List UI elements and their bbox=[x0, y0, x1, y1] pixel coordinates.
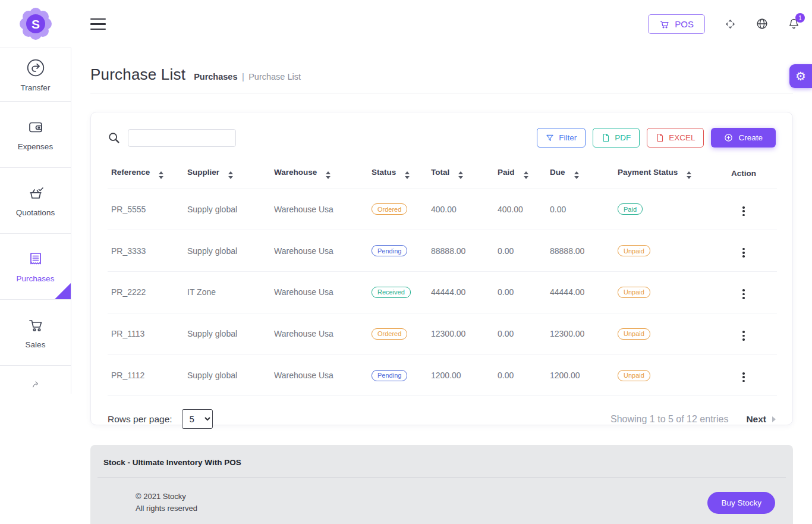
cell-paid: 0.00 bbox=[495, 354, 547, 396]
notifications-button[interactable]: 1 bbox=[788, 17, 800, 30]
purchase-list-card: Filter PDF EXCEL bbox=[90, 112, 793, 425]
column-header-warehouse[interactable]: Warehouse bbox=[272, 164, 369, 189]
sort-icon[interactable] bbox=[159, 171, 163, 179]
cell-reference: PR_1112 bbox=[108, 354, 185, 396]
pos-button[interactable]: POS bbox=[648, 14, 705, 34]
column-header-label: Reference bbox=[111, 168, 150, 177]
sort-icon[interactable] bbox=[687, 171, 691, 179]
sidebar-item-returns[interactable] bbox=[0, 366, 71, 394]
column-header-label: Payment Status bbox=[618, 168, 678, 177]
row-actions-menu-button[interactable] bbox=[739, 205, 748, 218]
row-actions-menu-button[interactable] bbox=[739, 329, 748, 342]
column-header-label: Total bbox=[431, 168, 449, 177]
plus-circle-icon bbox=[724, 133, 733, 142]
next-caret-icon bbox=[772, 416, 776, 422]
footer-rights: All rights reserved bbox=[136, 503, 197, 514]
filter-funnel-icon bbox=[546, 134, 554, 142]
fullscreen-button[interactable] bbox=[724, 18, 737, 30]
notification-count-badge: 1 bbox=[795, 13, 805, 23]
sort-icon[interactable] bbox=[405, 171, 410, 179]
app-logo[interactable]: S bbox=[18, 6, 53, 42]
filter-button[interactable]: Filter bbox=[537, 128, 586, 148]
status-badge: Ordered bbox=[372, 203, 407, 215]
cell-due: 1200.00 bbox=[547, 354, 615, 396]
rows-per-page-select[interactable]: 5 bbox=[182, 409, 213, 429]
status-badge: Unpaid bbox=[618, 370, 650, 381]
column-header-reference[interactable]: Reference bbox=[108, 164, 185, 189]
breadcrumb-current: Purchase List bbox=[248, 72, 301, 81]
create-button[interactable]: Create bbox=[711, 128, 776, 148]
row-actions-menu-button[interactable] bbox=[739, 371, 748, 384]
pdf-button-label: PDF bbox=[615, 133, 631, 142]
buy-stocky-button[interactable]: Buy Stocky bbox=[707, 492, 775, 514]
cell-payment-status: Unpaid bbox=[615, 230, 710, 272]
cell-supplier: Supply global bbox=[185, 230, 272, 272]
column-header-label: Due bbox=[550, 168, 565, 177]
sidebar-item-label: Purchases bbox=[17, 274, 55, 283]
pdf-export-button[interactable]: PDF bbox=[593, 128, 640, 148]
status-badge: Paid bbox=[618, 203, 643, 215]
column-header-paid[interactable]: Paid bbox=[495, 164, 547, 189]
pos-button-label: POS bbox=[675, 19, 694, 29]
main-content: Purchase List Purchases | Purchase List … bbox=[71, 48, 812, 524]
column-header-supplier[interactable]: Supplier bbox=[185, 164, 272, 189]
excel-button-label: EXCEL bbox=[669, 133, 695, 142]
search-input[interactable] bbox=[128, 129, 236, 147]
cell-supplier: Supply global bbox=[185, 313, 272, 354]
cell-warehouse: Warehouse Usa bbox=[272, 230, 369, 272]
column-header-total[interactable]: Total bbox=[429, 164, 495, 189]
sort-icon[interactable] bbox=[326, 171, 331, 179]
excel-export-button[interactable]: EXCEL bbox=[647, 128, 704, 148]
cell-supplier: Supply global bbox=[185, 189, 272, 230]
footer-heading: Stock - Ultimate Inventory With POS bbox=[90, 445, 793, 477]
sidebar-item-quotations[interactable]: Quotations bbox=[0, 168, 71, 234]
sidebar-item-sales[interactable]: Sales bbox=[0, 300, 71, 366]
sales-cart-icon bbox=[26, 316, 46, 335]
cell-reference: PR_1113 bbox=[108, 313, 185, 354]
settings-button[interactable]: ⚙ bbox=[789, 64, 812, 88]
rows-per-page-label: Rows per page: bbox=[108, 414, 172, 425]
next-page-button[interactable]: Next bbox=[746, 414, 776, 425]
column-header-status[interactable]: Status bbox=[369, 164, 429, 189]
cell-status: Pending bbox=[369, 230, 429, 272]
column-header-label: Warehouse bbox=[274, 168, 317, 177]
status-badge: Unpaid bbox=[618, 287, 650, 298]
row-actions-menu-button[interactable] bbox=[739, 246, 748, 259]
cell-payment-status: Paid bbox=[615, 189, 710, 230]
return-arrow-icon bbox=[25, 379, 46, 388]
sidebar-item-label: Sales bbox=[26, 340, 46, 349]
cell-payment-status: Unpaid bbox=[615, 313, 710, 354]
sort-icon[interactable] bbox=[228, 171, 233, 179]
search-icon bbox=[108, 131, 121, 145]
sort-icon[interactable] bbox=[574, 171, 579, 179]
filter-button-label: Filter bbox=[559, 133, 577, 142]
cell-due: 88888.00 bbox=[547, 230, 615, 272]
breadcrumb-section[interactable]: Purchases bbox=[194, 72, 237, 81]
column-header-due[interactable]: Due bbox=[547, 164, 615, 189]
gear-icon: ⚙ bbox=[795, 69, 806, 83]
cell-paid: 0.00 bbox=[495, 230, 547, 272]
menu-toggle-button[interactable] bbox=[90, 18, 106, 30]
sidebar-nav: Transfer Expenses Quotations Purchases S… bbox=[0, 48, 71, 394]
cell-warehouse: Warehouse Usa bbox=[272, 189, 369, 230]
globe-icon bbox=[756, 17, 769, 30]
table-row: PR_5555Supply globalWarehouse UsaOrdered… bbox=[108, 189, 777, 230]
sort-icon[interactable] bbox=[458, 171, 463, 179]
cart-icon bbox=[659, 19, 669, 29]
breadcrumb-separator: | bbox=[242, 72, 244, 81]
cell-paid: 0.00 bbox=[495, 313, 547, 354]
transfer-icon bbox=[26, 58, 46, 78]
table-header-row: ReferenceSupplierWarehouseStatusTotalPai… bbox=[108, 164, 777, 189]
sidebar-item-transfer[interactable]: Transfer bbox=[0, 48, 71, 102]
column-header-label: Supplier bbox=[187, 168, 219, 177]
sidebar-item-expenses[interactable]: Expenses bbox=[0, 102, 71, 168]
cell-supplier: IT Zone bbox=[185, 272, 272, 313]
cell-supplier: Supply global bbox=[185, 354, 272, 396]
cell-status: Received bbox=[369, 272, 429, 313]
language-button[interactable] bbox=[756, 17, 769, 30]
svg-text:S: S bbox=[32, 17, 40, 31]
sort-icon[interactable] bbox=[524, 171, 528, 179]
sidebar-item-purchases[interactable]: Purchases bbox=[0, 234, 71, 300]
column-header-payment-status[interactable]: Payment Status bbox=[615, 164, 710, 189]
row-actions-menu-button[interactable] bbox=[739, 287, 748, 300]
